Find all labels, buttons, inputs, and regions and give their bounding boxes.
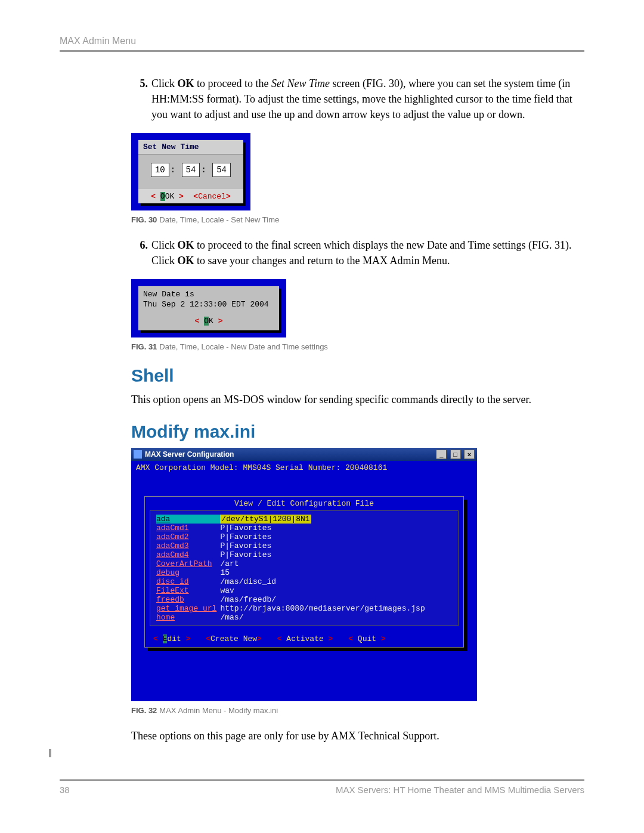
heading-modify-maxini: Modify max.ini — [131, 422, 584, 442]
fig32-screenshot: MAX Server Configuration _ □ × AMX Corpo… — [131, 448, 477, 701]
quit-button[interactable]: < Quit > — [348, 634, 385, 643]
time-mm-field[interactable]: 54 — [182, 163, 200, 177]
fig31-line2: Thu Sep 2 12:33:00 EDT 2004 — [143, 300, 274, 310]
shell-paragraph: This option opens an MS-DOS window for s… — [131, 392, 584, 407]
fig30-title: Set New Time — [138, 140, 243, 154]
step-6-number: 6. — [131, 237, 148, 268]
config-row[interactable]: home/mas/ — [156, 613, 429, 622]
step-5-text: Click OK to proceed to the Set New Time … — [151, 76, 584, 122]
ok-button[interactable]: < OK > — [195, 317, 223, 326]
config-row[interactable]: adaCmd3P|Favorites — [156, 541, 429, 550]
time-hh-field[interactable]: 10 — [151, 163, 169, 177]
fig30-screenshot: Set New Time 10: 54: 54 < OOK > <Cancel> — [131, 133, 250, 210]
fig31-line1: New Date is — [143, 290, 274, 300]
heading-shell: Shell — [131, 366, 584, 386]
header-rule — [60, 50, 584, 52]
config-row[interactable]: FileExtwav — [156, 586, 429, 595]
step-5-number: 5. — [131, 76, 148, 122]
config-row[interactable]: adaCmd1P|Favorites — [156, 524, 429, 532]
step-5: 5. Click OK to proceed to the Set New Ti… — [131, 76, 584, 122]
edit-button[interactable]: < Edit > — [153, 634, 190, 643]
window-title: MAX Server Configuration — [145, 450, 234, 459]
time-ss-field[interactable]: 54 — [212, 163, 231, 177]
config-row[interactable]: freedb/mas/freedb/ — [156, 595, 429, 604]
window-titlebar: MAX Server Configuration _ □ × — [131, 448, 477, 461]
cancel-button[interactable]: <Cancel> — [193, 192, 230, 201]
maximize-button[interactable]: □ — [450, 450, 461, 459]
minimize-button[interactable]: _ — [436, 450, 447, 459]
panel-title: View / Edit Configuration File — [145, 497, 463, 510]
fig31-screenshot: New Date is Thu Sep 2 12:33:00 EDT 2004 … — [131, 279, 286, 337]
create-new-button[interactable]: <Create New> — [206, 634, 262, 643]
close-button[interactable]: × — [464, 450, 475, 459]
config-row[interactable]: CoverArtPath/art — [156, 559, 429, 568]
config-row[interactable]: get_image_urlhttp://brjava:8080/mediaser… — [156, 604, 429, 613]
config-row[interactable]: disc_id/mas/disc_id — [156, 577, 429, 586]
page-header: MAX Admin Menu — [60, 36, 584, 47]
fig32-caption: FIG. 32MAX Admin Menu - Modify max.ini — [131, 706, 584, 715]
fig31-caption: FIG. 31Date, Time, Locale - New Date and… — [131, 342, 584, 351]
page-number: 38 — [60, 785, 70, 795]
step-6: 6. Click OK to proceed to the final scre… — [131, 237, 584, 268]
config-table: ada/dev/ttyS1|1200|8N1adaCmd1P|Favorites… — [156, 515, 429, 622]
activate-button[interactable]: < Activate > — [277, 634, 333, 643]
footer-text: MAX Servers: HT Home Theater and MMS Mul… — [336, 785, 584, 795]
app-icon — [134, 450, 142, 459]
config-row[interactable]: debug15 — [156, 568, 429, 577]
margin-tab — [49, 749, 51, 757]
closing-paragraph: These options on this page are only for … — [131, 728, 584, 744]
config-row[interactable]: ada/dev/ttyS1|1200|8N1 — [156, 515, 429, 524]
fig30-caption: FIG. 30Date, Time, Locale - Set New Time — [131, 215, 584, 224]
ok-button[interactable]: < OOK > — [151, 192, 184, 201]
status-line: AMX Corporation Model: MMS04S Serial Num… — [131, 461, 477, 475]
config-row[interactable]: adaCmd4P|Favorites — [156, 550, 429, 559]
config-row[interactable]: adaCmd2P|Favorites — [156, 532, 429, 541]
footer-rule — [60, 779, 584, 781]
step-6-text: Click OK to proceed to the final screen … — [151, 237, 584, 268]
